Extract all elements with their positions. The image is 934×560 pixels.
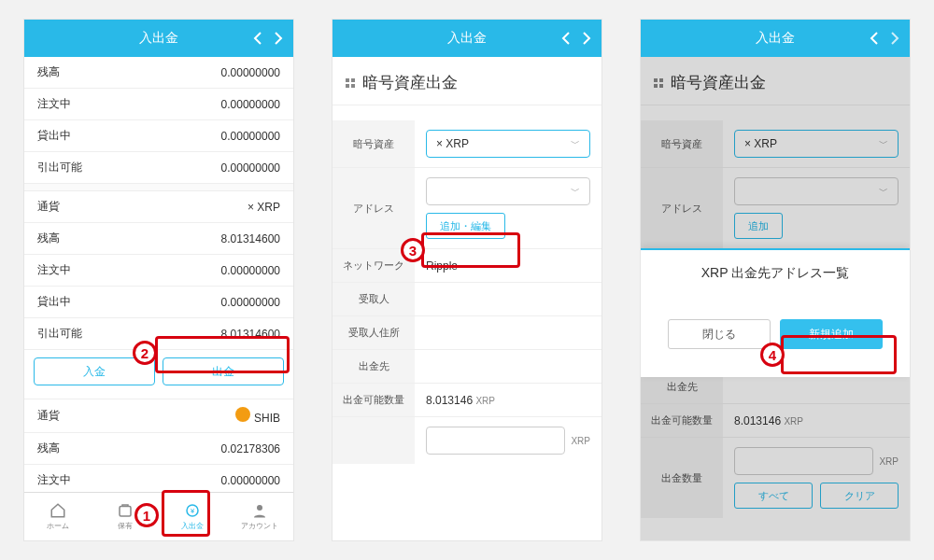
asset-row: 暗号資産 × XRP ﹀ — [641, 120, 910, 168]
label: 残高 — [37, 231, 60, 246]
address-select[interactable]: ﹀ — [734, 177, 899, 205]
chevron-left-icon[interactable] — [250, 31, 265, 46]
grid-icon — [346, 78, 355, 88]
home-icon — [50, 502, 66, 519]
value: 0.00000000 — [221, 98, 280, 111]
chevron-right-icon[interactable] — [271, 31, 286, 46]
currency-row: 通貨× XRP — [24, 191, 293, 223]
balance-row: 残高8.01314600 — [24, 223, 293, 255]
header-title: 入出金 — [139, 30, 178, 47]
asset-select[interactable]: × XRP ﹀ — [426, 130, 590, 158]
add-button[interactable]: 追加 — [734, 213, 783, 239]
header-title: 入出金 — [447, 30, 487, 47]
amount-input[interactable] — [734, 447, 873, 475]
label: 注文中 — [37, 96, 71, 112]
all-button[interactable]: すべて — [734, 483, 813, 509]
nav-deposit-withdraw[interactable]: ¥ 入出金 — [159, 493, 226, 540]
account-icon — [251, 502, 268, 519]
annotation-badge-4: 4 — [760, 343, 785, 367]
label: 受取人 — [333, 283, 415, 315]
value: SHIB — [235, 407, 280, 425]
annotation-badge-3: 3 — [401, 238, 425, 262]
add-edit-button[interactable]: 追加・編集 — [426, 213, 505, 239]
label: 注文中 — [37, 472, 71, 488]
value: 0.00000000 — [221, 66, 280, 79]
value: 8.01314600 — [221, 328, 280, 341]
available-row: 引出可能0.00000000 — [24, 152, 293, 184]
recipient-address-row: 受取人住所 — [333, 316, 601, 350]
label: 貸出中 — [37, 294, 71, 310]
destination-row: 出金先 — [333, 350, 601, 384]
new-add-button[interactable]: 新規追加 — [780, 319, 883, 349]
label: 引出可能 — [37, 160, 82, 175]
unit: XRP — [571, 436, 590, 446]
label — [333, 417, 415, 464]
label: 残高 — [37, 441, 60, 456]
label: アドレス — [333, 168, 415, 248]
unit: XRP — [475, 396, 495, 406]
ordering-row: 注文中0.00000000 — [24, 89, 293, 120]
header-title: 入出金 — [756, 30, 795, 47]
label: 貸出中 — [37, 128, 71, 144]
clear-button[interactable]: クリア — [820, 483, 899, 509]
label: 出金先 — [333, 350, 415, 383]
holdings-icon — [117, 502, 134, 519]
deposit-icon: ¥ — [184, 502, 201, 519]
chevron-left-icon[interactable] — [867, 31, 882, 46]
header-bar: 入出金 — [641, 20, 910, 57]
section-title: 暗号資産出金 — [671, 72, 766, 93]
label: 引出可能 — [37, 326, 82, 342]
value: 0.00000000 — [221, 161, 280, 175]
label: 通貨 — [37, 199, 60, 215]
grid-icon — [654, 78, 663, 88]
value: 8.013146 — [734, 414, 781, 427]
svg-point-3 — [257, 505, 262, 511]
chevron-down-icon: ﹀ — [571, 137, 580, 150]
selected-value: × XRP — [436, 137, 469, 150]
chevron-down-icon: ﹀ — [879, 137, 888, 150]
asset-select[interactable]: × XRP ﹀ — [734, 130, 899, 158]
chevron-down-icon: ﹀ — [879, 185, 888, 198]
label: 受取人住所 — [333, 316, 415, 349]
ordering-row: 注文中0.00000000 — [24, 465, 293, 492]
nav-account[interactable]: アカウント — [226, 493, 293, 540]
value: 8.01314600 — [221, 232, 280, 245]
header-arrows — [559, 31, 594, 46]
header-arrows — [250, 31, 286, 46]
header-bar: 入出金 — [24, 20, 293, 57]
header-bar: 入出金 — [333, 20, 601, 57]
chevron-right-icon[interactable] — [579, 31, 594, 46]
label: 注文中 — [37, 262, 71, 278]
label: 出金可能数量 — [333, 384, 415, 416]
label: アドレス — [641, 168, 723, 248]
chevron-down-icon: ﹀ — [571, 185, 580, 198]
lending-row: 貸出中0.00000000 — [24, 120, 293, 152]
amount-input[interactable] — [426, 427, 565, 455]
value: 0.00000000 — [221, 474, 280, 487]
nav-label: 保有 — [118, 521, 133, 531]
available-amount-row: 出金可能数量 8.013146 XRP — [641, 404, 910, 438]
chevron-left-icon[interactable] — [559, 31, 573, 46]
nav-home[interactable]: ホーム — [24, 493, 92, 540]
unit: XRP — [879, 456, 899, 467]
selected-value: × XRP — [744, 137, 777, 150]
shib-icon — [235, 407, 250, 422]
chevron-right-icon[interactable] — [887, 31, 902, 46]
address-select[interactable]: ﹀ — [426, 177, 590, 205]
value: 0.00000000 — [221, 296, 280, 309]
unit: XRP — [784, 416, 803, 427]
withdraw-button[interactable]: 出金 — [163, 357, 284, 385]
balance-row: 残高0.02178306 — [24, 433, 293, 465]
ordering-row: 注文中0.00000000 — [24, 255, 293, 287]
close-button[interactable]: 閉じる — [668, 319, 771, 349]
label: 出金数量 — [641, 438, 723, 518]
nav-label: 入出金 — [181, 521, 204, 531]
nav-label: ホーム — [47, 521, 69, 531]
block-divider — [24, 184, 293, 191]
header-arrows — [867, 31, 902, 46]
screen-1: 入出金 残高0.00000000 注文中0.00000000 貸出中0.0000… — [23, 19, 294, 541]
network-row: ネットワーク Ripple — [333, 249, 601, 283]
section-header: 暗号資産出金 — [333, 57, 601, 105]
address-row: アドレス ﹀ 追加 — [641, 168, 910, 249]
label: 出金可能数量 — [641, 404, 723, 437]
